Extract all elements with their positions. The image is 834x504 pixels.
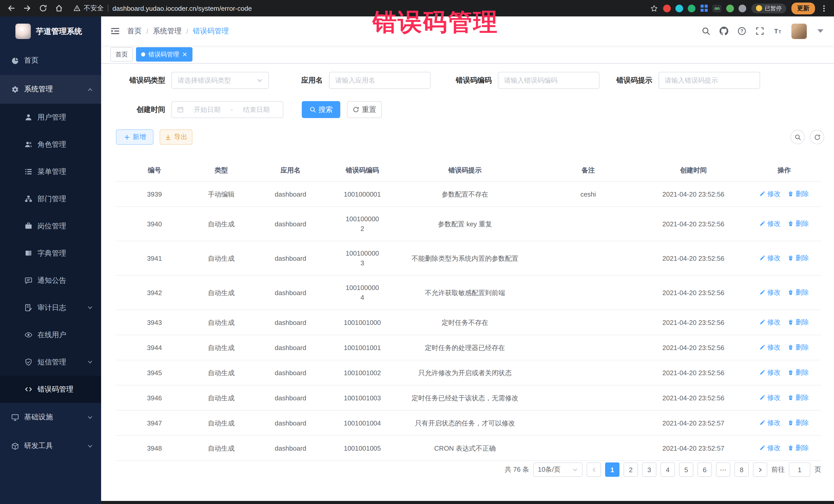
- pagination-page-button[interactable]: 3: [642, 462, 656, 477]
- refresh-table-button[interactable]: [810, 130, 824, 144]
- date-range-picker[interactable]: 开始日期 - 结束日期: [171, 101, 283, 118]
- security-label[interactable]: 不安全: [73, 4, 104, 13]
- sidebar-item-error-code[interactable]: 错误码管理: [0, 376, 101, 403]
- delete-link[interactable]: 删除: [788, 368, 809, 377]
- delete-link[interactable]: 删除: [788, 253, 809, 263]
- cell-code: 1001000003: [332, 241, 393, 275]
- error-type-select[interactable]: 请选择错误码类型: [171, 72, 269, 89]
- home-icon[interactable]: [55, 4, 63, 12]
- edit-link[interactable]: 修改: [760, 342, 781, 352]
- breadcrumb-item[interactable]: 首页: [127, 26, 142, 36]
- edit-link[interactable]: 修改: [760, 393, 781, 402]
- extension-teal-icon[interactable]: [675, 4, 683, 12]
- error-code-input[interactable]: [498, 72, 599, 89]
- pagination-page-button[interactable]: 5: [679, 462, 694, 477]
- delete-link[interactable]: 删除: [788, 317, 809, 327]
- goto-page-input[interactable]: [789, 462, 810, 477]
- address-bar[interactable]: 不安全 dashboard.yudao.iocoder.cn/system/er…: [73, 4, 252, 13]
- sidebar-item-notice[interactable]: 通知公告: [0, 267, 101, 294]
- delete-link[interactable]: 删除: [788, 219, 809, 228]
- cell-actions: 修改删除: [747, 360, 821, 385]
- edit-link[interactable]: 修改: [760, 368, 781, 377]
- edit-link[interactable]: 修改: [760, 418, 781, 428]
- help-icon[interactable]: ?: [738, 27, 746, 36]
- delete-link[interactable]: 删除: [788, 342, 809, 352]
- prev-page-button[interactable]: [587, 462, 601, 477]
- error-hint-input[interactable]: [658, 72, 760, 89]
- filter-type-label: 错误码类型: [121, 76, 171, 85]
- page-size-select[interactable]: 10条/页: [533, 462, 583, 477]
- trash-icon: [788, 344, 793, 350]
- paused-badge[interactable]: 已暂停: [751, 3, 786, 13]
- export-button[interactable]: 导出: [160, 129, 193, 145]
- chevron-down-icon[interactable]: [816, 27, 825, 36]
- notice-icon: [25, 277, 32, 284]
- font-size-icon[interactable]: TT: [773, 27, 782, 36]
- cell-remark: [537, 410, 639, 436]
- edit-link[interactable]: 修改: [760, 287, 781, 297]
- extension-red-icon[interactable]: [663, 4, 671, 12]
- sidebar-item-home[interactable]: 首页: [0, 46, 101, 75]
- sidebar-item-role[interactable]: 角色管理: [0, 131, 101, 158]
- edit-link[interactable]: 修改: [760, 219, 781, 228]
- pagination-page-button[interactable]: 2: [623, 462, 638, 477]
- forward-icon[interactable]: [23, 4, 31, 12]
- breadcrumb-item[interactable]: 系统管理: [153, 26, 182, 36]
- trash-icon: [788, 221, 793, 226]
- edit-link[interactable]: 修改: [760, 253, 781, 263]
- update-button[interactable]: 更新: [791, 2, 815, 14]
- close-icon[interactable]: [182, 52, 187, 57]
- tab-item[interactable]: 错误码管理: [136, 47, 193, 62]
- sidebar-item-dev-tools[interactable]: 研发工具: [0, 432, 101, 460]
- bookmark-star-icon[interactable]: [650, 4, 658, 12]
- delete-link[interactable]: 删除: [788, 418, 809, 428]
- show-search-button[interactable]: [790, 130, 805, 144]
- pagination-page-button[interactable]: 1: [605, 462, 619, 477]
- breadcrumb-separator: /: [186, 27, 188, 35]
- back-icon[interactable]: [7, 4, 15, 12]
- edit-link[interactable]: 修改: [760, 189, 781, 199]
- browser-menu-icon[interactable]: [820, 4, 828, 12]
- sidebar-item-online-user[interactable]: 在线用户: [0, 321, 101, 349]
- delete-link[interactable]: 删除: [788, 393, 809, 402]
- sidebar-item-user[interactable]: 用户管理: [0, 104, 101, 131]
- search-icon[interactable]: [702, 27, 710, 36]
- delete-link[interactable]: 删除: [788, 287, 809, 297]
- sidebar-item-dept[interactable]: 部门管理: [0, 185, 101, 213]
- next-page-button[interactable]: [753, 462, 767, 477]
- sidebar-item-menu[interactable]: 菜单管理: [0, 158, 101, 185]
- extension-green-icon[interactable]: [688, 4, 696, 12]
- fullscreen-icon[interactable]: [755, 27, 764, 36]
- pagination-page-button[interactable]: 8: [734, 462, 749, 477]
- cell-type: 自动生成: [193, 410, 249, 436]
- sidebar-item-infra[interactable]: 基础设施: [0, 403, 101, 432]
- filter-hint-label: 错误码提示: [608, 76, 658, 85]
- collapse-menu-icon[interactable]: [101, 26, 127, 36]
- extension-puzzle-icon[interactable]: [739, 4, 746, 12]
- sidebar-item-system[interactable]: 系统管理: [0, 75, 101, 104]
- sidebar-item-audit-log[interactable]: 审计日志: [0, 294, 101, 321]
- delete-link[interactable]: 删除: [788, 443, 809, 453]
- extension-on-switch-icon[interactable]: on: [712, 4, 722, 12]
- reset-button[interactable]: 重置: [347, 101, 382, 118]
- delete-link[interactable]: 删除: [788, 189, 809, 199]
- extension-blue-grid-icon[interactable]: [700, 4, 708, 12]
- tab-item[interactable]: 首页: [110, 47, 133, 62]
- reload-icon[interactable]: [39, 4, 47, 12]
- edit-link[interactable]: 修改: [760, 443, 781, 453]
- sidebar-item-sms[interactable]: 短信管理: [0, 349, 101, 376]
- page-size-value: 10条/页: [538, 465, 561, 474]
- user-avatar[interactable]: [791, 23, 807, 39]
- pagination-more-button[interactable]: ⋯: [716, 462, 730, 477]
- github-icon[interactable]: [720, 27, 728, 36]
- pagination-page-button[interactable]: 6: [698, 462, 712, 477]
- search-button[interactable]: 搜索: [302, 101, 340, 118]
- app-name-input[interactable]: [329, 72, 431, 89]
- extension-leaf-icon[interactable]: [726, 4, 734, 12]
- sidebar-item-dict[interactable]: 字典管理: [0, 240, 101, 267]
- pagination-page-button[interactable]: 4: [660, 462, 675, 477]
- sidebar-item-post[interactable]: 岗位管理: [0, 213, 101, 240]
- add-button[interactable]: 新增: [116, 129, 153, 145]
- edit-link[interactable]: 修改: [760, 317, 781, 327]
- table-row: 3944自动生成dashboard1001001001定时任务的处理器已经存在2…: [116, 335, 821, 360]
